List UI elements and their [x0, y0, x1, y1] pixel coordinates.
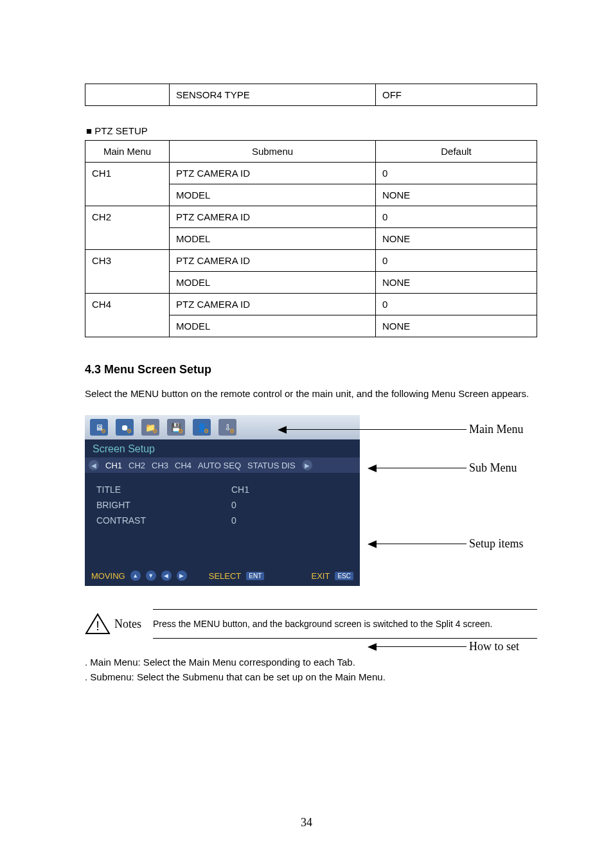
ptz-header-sub: Submenu — [252, 146, 293, 157]
ptz-header-main: Main Menu — [103, 146, 151, 157]
ptz-row-def: 0 — [382, 255, 387, 266]
osd-tab-left-arrow-icon: ◀ — [89, 460, 99, 470]
osd-footer: MOVING ▲ ▼ ◀ ▶ SELECT ENT EXIT ESC — [85, 565, 360, 586]
sensor-submenu: SENSOR4 TYPE — [176, 89, 250, 100]
osd-setup-key: BRIGHT — [96, 500, 231, 510]
svg-text:!: ! — [96, 619, 100, 633]
osd-setup-value: CH1 — [231, 484, 249, 495]
osd-footer-select: SELECT — [209, 571, 242, 581]
list-line: . Main Menu: Select the Main Menu corres… — [85, 657, 537, 668]
osd-tab: STATUS DIS — [247, 461, 296, 470]
osd-screenshot: 🖥⚙ ⏺⚙ 📁⚙ 💾⚙ 👤⚙ ⇩⚙ Screen Setup ◀ CH1 CH2… — [85, 415, 360, 586]
list-line: . Submenu: Select the Submenu that can b… — [85, 671, 537, 682]
ptz-row-sub: PTZ CAMERA ID — [176, 299, 250, 310]
ptz-row-def: 0 — [382, 168, 387, 179]
osd-tab: CH4 — [175, 461, 191, 470]
ptz-header-default: Default — [441, 146, 472, 157]
osd-icon-backup: ⇩⚙ — [218, 419, 236, 436]
osd-tab: CH3 — [152, 461, 168, 470]
annotation-main-menu: Main Menu — [278, 423, 524, 436]
ptz-row-main: CH2 — [92, 211, 111, 222]
ptz-row-main: CH1 — [92, 168, 111, 179]
ptz-row-sub: MODEL — [176, 233, 210, 244]
osd-icon-network: 👤⚙ — [193, 419, 211, 436]
osd-tab: AUTO SEQ — [198, 461, 241, 470]
osd-setup-key: CONTRAST — [96, 515, 231, 526]
arrow-left-icon: ◀ — [161, 571, 172, 581]
ptz-row-sub: MODEL — [176, 277, 210, 288]
ptz-row-sub: PTZ CAMERA ID — [176, 168, 250, 179]
ptz-row-sub: PTZ CAMERA ID — [176, 211, 250, 222]
notes-block: ! Notes Press the MENU button, and the b… — [85, 609, 537, 639]
ptz-row-def: NONE — [382, 277, 410, 288]
osd-footer-select-tag: ENT — [246, 572, 264, 580]
ptz-row-def: 0 — [382, 299, 387, 310]
osd-icon-record: ⏺⚙ — [116, 419, 134, 436]
ptz-row-def: NONE — [382, 321, 410, 332]
osd-icon-system: 📁⚙ — [141, 419, 159, 436]
ptz-row-sub: MODEL — [176, 321, 210, 332]
osd-submenu-bar: ◀ CH1 CH2 CH3 CH4 AUTO SEQ STATUS DIS ▶ — [85, 457, 360, 473]
arrow-down-icon: ▼ — [146, 571, 156, 581]
page-number: 34 — [0, 816, 613, 829]
ptz-row-sub: PTZ CAMERA ID — [176, 255, 250, 266]
annotation-how-to-set: How to set — [368, 640, 519, 653]
osd-title: Screen Setup — [85, 439, 360, 457]
osd-setup-value: 0 — [231, 500, 236, 510]
ptz-heading: ■ PTZ SETUP — [86, 125, 537, 136]
section-title-4-3: 4.3 Menu Screen Setup — [85, 363, 537, 376]
notes-label: Notes — [114, 617, 141, 631]
arrow-up-icon: ▲ — [130, 571, 141, 581]
warning-triangle-icon: ! — [85, 613, 111, 635]
section-body-4-3: Select the MENU button on the remote con… — [85, 384, 537, 403]
annotation-setup-items: Setup items — [368, 537, 524, 551]
sensor-table-fragment: SENSOR4 TYPE OFF — [85, 84, 537, 106]
arrow-right-icon: ▶ — [177, 571, 187, 581]
osd-footer-moving: MOVING — [91, 571, 125, 581]
osd-footer-exit: EXIT — [312, 571, 330, 581]
sensor-default: OFF — [382, 89, 402, 100]
osd-tab: CH1 — [105, 461, 122, 470]
ptz-table: Main Menu Submenu Default CH1 PTZ CAMERA… — [85, 140, 537, 337]
osd-footer-exit-tag: ESC — [335, 572, 353, 580]
osd-tab: CH2 — [129, 461, 145, 470]
ptz-row-main: CH3 — [92, 255, 111, 266]
osd-tab-right-arrow-icon: ▶ — [302, 460, 312, 470]
ptz-row-def: NONE — [382, 190, 410, 200]
ptz-row-sub: MODEL — [176, 190, 210, 200]
ptz-row-main: CH4 — [92, 299, 111, 310]
osd-icon-storage: 💾⚙ — [167, 419, 185, 436]
osd-setup-value: 0 — [231, 515, 236, 526]
ptz-row-def: 0 — [382, 211, 387, 222]
notes-text: Press the MENU button, and the backgroun… — [153, 619, 492, 629]
osd-setup-key: TITLE — [96, 484, 231, 495]
annotation-sub-menu: Sub Menu — [368, 461, 517, 475]
osd-icon-screen: 🖥⚙ — [90, 419, 108, 436]
ptz-row-def: NONE — [382, 233, 410, 244]
